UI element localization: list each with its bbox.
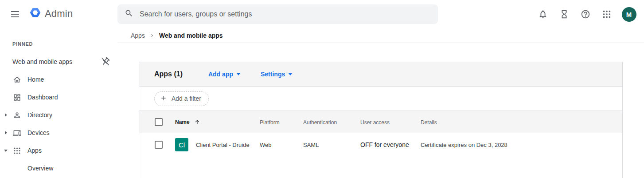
- apps-grid-icon: [12, 146, 21, 155]
- select-all-checkbox[interactable]: [155, 118, 163, 126]
- cell-authentication: SAML: [303, 142, 319, 148]
- brand-logo[interactable]: Admin: [29, 7, 73, 20]
- column-header-name[interactable]: Name: [175, 119, 190, 125]
- unpin-icon[interactable]: [98, 55, 113, 69]
- sidebar-item-label: Dashboard: [27, 94, 58, 101]
- sidebar-item-label: Directory: [27, 111, 52, 119]
- column-header-details[interactable]: Details: [421, 119, 437, 126]
- help-icon[interactable]: [575, 4, 596, 25]
- sidebar-item-directory[interactable]: Directory: [0, 106, 117, 124]
- column-header-authentication[interactable]: Authentication: [303, 119, 337, 126]
- dashboard-icon: [12, 93, 21, 102]
- collapse-down-icon[interactable]: [3, 148, 8, 153]
- sidebar-nav: PINNED Web and mobile apps Home Dashboar…: [0, 28, 117, 178]
- row-checkbox[interactable]: [155, 141, 163, 149]
- sidebar-item-dashboard[interactable]: Dashboard: [0, 88, 117, 106]
- breadcrumb: Apps Web and mobile apps: [117, 28, 644, 43]
- sidebar-item-apps[interactable]: Apps: [0, 142, 117, 159]
- plus-icon: [160, 95, 167, 103]
- cell-details: Certificate expires on Dec 3, 2028: [421, 142, 507, 148]
- breadcrumb-current: Web and mobile apps: [159, 32, 223, 39]
- add-filter-label: Add a filter: [172, 95, 201, 102]
- tasks-hourglass-icon[interactable]: [554, 4, 575, 25]
- devices-icon: [12, 128, 21, 137]
- table-header-row: Name Platform Authentication User access…: [139, 111, 622, 133]
- add-filter-button[interactable]: Add a filter: [154, 91, 209, 106]
- add-app-button[interactable]: Add app: [208, 71, 240, 78]
- add-app-label: Add app: [208, 71, 233, 78]
- sidebar-item-web-and-mobile-apps[interactable]: Web and mobile apps: [0, 53, 117, 71]
- sidebar-item-label: Home: [27, 76, 44, 83]
- search-input[interactable]: [140, 10, 431, 18]
- panel-title: Apps (1): [154, 70, 183, 78]
- breadcrumb-parent[interactable]: Apps: [131, 32, 145, 39]
- sidebar-item-home[interactable]: Home: [0, 71, 117, 88]
- home-icon: [12, 75, 21, 84]
- sidebar-item-label: Devices: [27, 129, 50, 136]
- sidebar-item-label: Web and mobile apps: [12, 58, 72, 65]
- person-icon: [12, 111, 21, 119]
- apps-panel: Apps (1) Add app Settings Add a filter N…: [139, 62, 623, 178]
- table-row[interactable]: Cl Client Portal - Druide Web SAML OFF f…: [139, 133, 622, 156]
- sidebar-item-devices[interactable]: Devices: [0, 124, 117, 142]
- chevron-right-icon: [149, 33, 155, 38]
- admin-logo-icon: [29, 7, 41, 20]
- panel-header: Apps (1) Add app Settings: [139, 62, 622, 87]
- cell-platform: Web: [260, 142, 272, 148]
- search-icon: [125, 9, 133, 20]
- search-bar[interactable]: [117, 4, 438, 24]
- sidebar-item-label: Overview: [27, 165, 53, 172]
- settings-label: Settings: [261, 71, 285, 78]
- expand-right-icon[interactable]: [3, 112, 8, 118]
- cell-user-access: OFF for everyone: [360, 141, 409, 148]
- sidebar-item-overview[interactable]: Overview: [0, 159, 117, 177]
- menu-icon[interactable]: [11, 9, 21, 19]
- expand-right-icon[interactable]: [3, 130, 8, 135]
- avatar-initial: M: [622, 7, 636, 22]
- column-header-user-access[interactable]: User access: [360, 119, 390, 126]
- column-header-platform[interactable]: Platform: [260, 119, 280, 126]
- google-apps-grid-icon[interactable]: [596, 4, 617, 25]
- chevron-down-icon: [289, 73, 292, 75]
- app-avatar: Cl: [175, 138, 188, 151]
- sort-ascending-icon[interactable]: [194, 119, 200, 125]
- account-avatar[interactable]: M: [617, 4, 640, 25]
- chevron-down-icon: [237, 73, 240, 75]
- top-app-bar: Admin: [0, 0, 644, 28]
- pinned-section-label: PINNED: [12, 41, 33, 47]
- sidebar-item-label: Apps: [27, 147, 42, 154]
- cell-app-name[interactable]: Client Portal - Druide: [196, 142, 250, 148]
- app-title: Admin: [45, 8, 73, 20]
- notifications-bell-icon[interactable]: [532, 4, 554, 25]
- filter-bar: Add a filter: [139, 87, 622, 111]
- settings-button[interactable]: Settings: [261, 71, 292, 78]
